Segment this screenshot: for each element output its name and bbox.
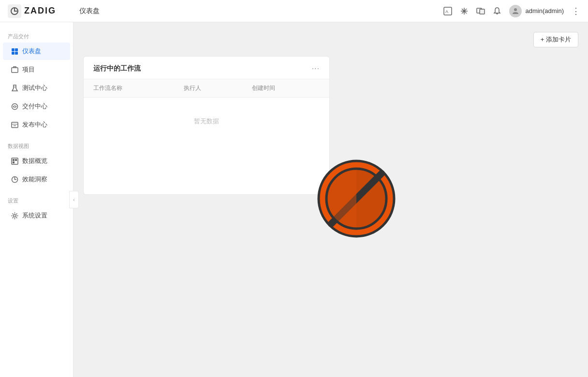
settings-icon	[11, 212, 18, 219]
sidebar-item-data-overview-label: 数据概览	[22, 157, 47, 165]
svg-point-28	[319, 161, 394, 236]
section2-label: 数据视图	[0, 138, 73, 152]
dashboard-icon	[11, 47, 18, 55]
col-workflow-name: 工作流名称	[93, 84, 184, 92]
svg-rect-16	[12, 68, 18, 72]
svg-rect-22	[12, 158, 18, 164]
translate-icon[interactable]: A	[443, 7, 452, 15]
release-icon	[11, 121, 18, 129]
more-icon[interactable]: ⋮	[572, 6, 580, 16]
svg-rect-12	[12, 48, 15, 51]
sidebar-item-test[interactable]: 测试中心	[3, 79, 70, 97]
card-menu-icon[interactable]: ···	[312, 64, 320, 73]
test-icon	[11, 84, 18, 92]
workflow-card: 运行中的工作流 ··· 工作流名称 执行人 创建时间 暂无数据	[83, 56, 330, 195]
sidebar-item-project-label: 项目	[22, 65, 35, 74]
sidebar-collapse-button[interactable]: ‹	[69, 191, 79, 208]
sidebar-item-release-label: 发布中心	[22, 120, 47, 129]
sidebar-item-release[interactable]: 发布中心	[3, 116, 70, 133]
card-header: 运行中的工作流 ···	[84, 57, 329, 79]
user-menu[interactable]: admin(admin)	[509, 5, 564, 17]
sidebar-item-delivery-label: 交付中心	[22, 102, 47, 111]
delivery-icon	[11, 102, 18, 110]
avatar	[509, 5, 522, 17]
logo: ZADIG	[8, 4, 75, 18]
svg-point-30	[326, 169, 386, 229]
svg-point-18	[12, 103, 17, 109]
logo-text: ZADIG	[24, 6, 56, 16]
svg-rect-24	[15, 159, 17, 161]
bell-icon[interactable]	[493, 7, 501, 15]
user-name: admin(admin)	[526, 7, 564, 14]
section3-label: 设置	[0, 192, 73, 206]
card-body: 暂无数据	[84, 98, 329, 194]
main-layout: 产品交付 仪表盘 项目 测试中心 交付中心	[0, 22, 588, 377]
sidebar-item-test-label: 测试中心	[22, 84, 47, 92]
sidebar-item-system-settings[interactable]: 系统设置	[3, 207, 70, 224]
window-icon[interactable]	[476, 7, 485, 15]
sidebar-item-delivery[interactable]: 交付中心	[3, 98, 70, 115]
app-header: ZADIG 仪表盘 A admin(admin) ⋮	[0, 0, 588, 22]
col-executor: 执行人	[184, 84, 251, 92]
header-actions: A admin(admin) ⋮	[443, 5, 580, 17]
col-create-time: 创建时间	[252, 84, 320, 92]
card-table-header: 工作流名称 执行人 创建时间	[84, 79, 329, 98]
svg-rect-10	[480, 9, 485, 14]
svg-text:A: A	[445, 9, 448, 14]
sidebar-item-efficiency[interactable]: 效能洞察	[3, 171, 70, 188]
efficiency-icon	[11, 175, 18, 183]
sidebar-item-system-settings-label: 系统设置	[22, 211, 47, 220]
sidebar-item-dashboard-label: 仪表盘	[22, 47, 41, 56]
project-icon	[11, 66, 18, 73]
svg-point-11	[514, 8, 517, 11]
svg-point-29	[326, 169, 386, 229]
svg-rect-13	[15, 48, 18, 51]
sidebar-item-efficiency-label: 效能洞察	[22, 175, 47, 184]
section1-label: 产品交付	[0, 28, 73, 42]
sidebar-item-dashboard[interactable]: 仪表盘	[3, 43, 70, 60]
card-title: 运行中的工作流	[93, 64, 141, 73]
svg-point-27	[14, 215, 16, 217]
asterisk-icon[interactable]	[460, 7, 469, 15]
sidebar-item-data-overview[interactable]: 数据概览	[3, 152, 70, 170]
svg-rect-23	[13, 159, 15, 161]
empty-state: 暂无数据	[84, 98, 329, 145]
svg-rect-25	[13, 161, 15, 163]
sidebar: 产品交付 仪表盘 项目 测试中心 交付中心	[0, 22, 74, 377]
svg-rect-19	[12, 122, 18, 128]
page-title: 仪表盘	[75, 7, 443, 15]
sidebar-item-project[interactable]: 项目	[3, 61, 70, 78]
content-area: + 添加卡片 运行中的工作流 ··· 工作流名称 执行人 创建时间 暂无数据	[74, 22, 588, 377]
svg-rect-15	[15, 52, 18, 55]
add-card-button[interactable]: + 添加卡片	[533, 32, 578, 47]
data-overview-icon	[11, 157, 18, 165]
logo-icon	[8, 4, 21, 18]
svg-rect-14	[12, 52, 15, 55]
